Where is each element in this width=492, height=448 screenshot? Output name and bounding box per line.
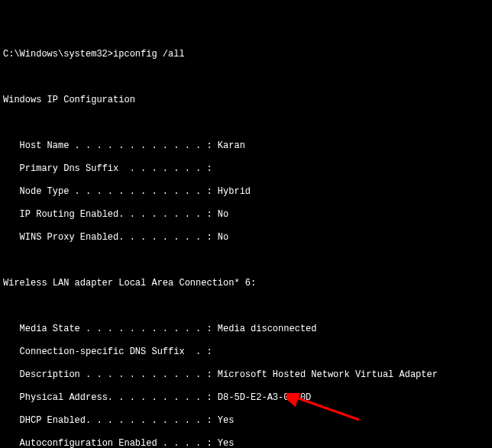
command-text: ipconfig /all xyxy=(113,49,185,60)
adapter1-description: Description . . . . . . . . . . . : Micr… xyxy=(3,369,489,381)
adapter1-physical: Physical Address. . . . . . . . . : D8-5… xyxy=(3,392,489,404)
primary-dns-row: Primary Dns Suffix . . . . . . . : xyxy=(3,163,489,175)
adapter1-conn-suffix: Connection-specific DNS Suffix . : xyxy=(3,346,489,358)
adapter1-heading: Wireless LAN adapter Local Area Connecti… xyxy=(3,278,489,289)
adapter1-dhcp: DHCP Enabled. . . . . . . . . . . : Yes xyxy=(3,415,489,427)
ip-routing-row: IP Routing Enabled. . . . . . . . : No xyxy=(3,209,489,221)
adapter1-autoconf: Autoconfiguration Enabled . . . . : Yes xyxy=(3,438,489,448)
adapter1-media-state: Media State . . . . . . . . . . . : Medi… xyxy=(3,324,489,335)
command-line: C:\Windows\system32>ipconfig /all xyxy=(3,49,489,60)
host-name-row: Host Name . . . . . . . . . . . . : Kara… xyxy=(3,140,489,152)
prompt: C:\Windows\system32> xyxy=(3,49,113,60)
node-type-row: Node Type . . . . . . . . . . . . : Hybr… xyxy=(3,186,489,198)
heading-ip-config: Windows IP Configuration xyxy=(3,95,489,106)
wins-proxy-row: WINS Proxy Enabled. . . . . . . . : No xyxy=(3,232,489,243)
